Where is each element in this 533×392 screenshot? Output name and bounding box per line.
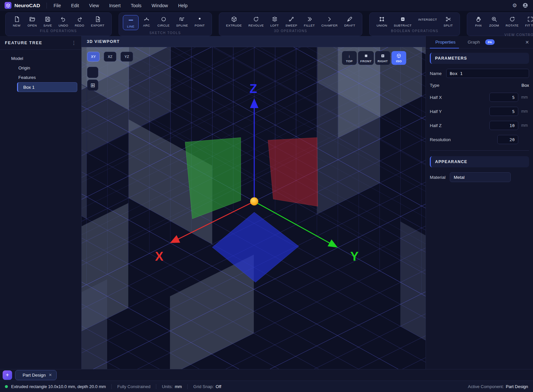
name-label: Name (430, 71, 442, 76)
fit-to-corners-icon (527, 16, 533, 22)
toolbar-group-caption: SKETCH TOOLS (123, 31, 208, 35)
toolbar-button-extrude[interactable]: EXTRUDE (223, 15, 245, 28)
name-input[interactable] (446, 69, 529, 78)
close-tab-icon[interactable]: ✕ (49, 373, 52, 377)
toolbar-button-chamfer[interactable]: CHAMFER (318, 15, 341, 28)
export-icon (95, 16, 101, 22)
toolbar-button-arc[interactable]: ARC (139, 15, 154, 30)
view-button-right[interactable]: RIGHT (375, 51, 390, 65)
plane-button-xy[interactable]: XY (87, 52, 100, 62)
material-select[interactable]: Metal (450, 172, 511, 182)
tab-part-design[interactable]: Part Design ✕ (15, 370, 57, 380)
toolbar-button-pan[interactable]: PAN (471, 15, 485, 32)
menu-window[interactable]: Window (152, 3, 168, 8)
half-y-input[interactable] (489, 107, 518, 116)
spline-icon (179, 16, 185, 22)
section-divider (430, 150, 529, 151)
add-tab-button[interactable]: + (3, 370, 12, 380)
menu-edit[interactable]: Edit (71, 3, 79, 8)
toolbar-button-spline[interactable]: SPLINE (173, 15, 191, 30)
half-x-input[interactable] (489, 93, 518, 102)
tab-graph[interactable]: Graph (462, 36, 484, 48)
y-axis-arrowhead (328, 239, 338, 248)
tab-properties[interactable]: Properties (430, 36, 459, 48)
menu-tools[interactable]: Tools (131, 3, 142, 8)
y-axis-label: Y (350, 250, 358, 263)
app-window: NeuroCAD File Edit View Insert Tools Win… (0, 0, 533, 392)
viewport: 3D VIEWPORT (82, 36, 426, 369)
half-z-input[interactable] (489, 121, 518, 130)
menu-view[interactable]: View (89, 3, 99, 8)
resolution-row: Resolution (430, 135, 529, 144)
tree-item-model[interactable]: Model (2, 54, 79, 63)
parameters-section-header[interactable]: PARAMETERS (430, 53, 529, 64)
half-y-unit: mm (521, 109, 529, 114)
kebab-menu-icon[interactable]: ⋮ (71, 40, 76, 45)
tree-item-features[interactable]: Features (2, 73, 79, 82)
sweep-path-icon (288, 16, 295, 22)
half-y-label: Half Y (430, 109, 489, 114)
view-button-top[interactable]: ↓TOP (342, 51, 357, 65)
close-icon[interactable]: ✕ (525, 40, 529, 45)
toolbar-button-fit-to[interactable]: FIT TO (522, 15, 533, 32)
origin-point[interactable] (250, 197, 258, 206)
toolbar-button-rotate[interactable]: ROTATE (503, 15, 522, 32)
point-icon (197, 16, 203, 22)
gear-icon[interactable]: ⚙ (512, 3, 517, 8)
menu-help[interactable]: Help (178, 3, 188, 8)
toolbar-button-export[interactable]: EXPORT (88, 15, 107, 28)
toolbar-button-union[interactable]: UNION (373, 15, 390, 28)
status-bar: Extruded rectangle 10.0x10.0 mm, depth 2… (0, 381, 533, 392)
toolbar-group-3d-operations: EXTRUDE REVOLVE LOFT SWEEP FILLET CHAMFE… (219, 12, 363, 36)
toolbar-button-point[interactable]: POINT (192, 15, 208, 30)
tree-item-origin[interactable]: Origin (2, 63, 79, 73)
document-tab-bar: + Part Design ✕ (0, 369, 533, 381)
toolbar-button-circle[interactable]: CIRCLE (154, 15, 172, 30)
toolbar-button-intersect[interactable]: INTERSECT (415, 15, 440, 28)
toolbar-button-undo[interactable]: UNDO (56, 15, 71, 28)
status-separator (187, 384, 188, 389)
toolbar-button-split[interactable]: SPLIT (441, 15, 456, 28)
user-icon[interactable] (522, 2, 528, 9)
appearance-section-header[interactable]: APPEARANCE (430, 156, 529, 167)
toolbar-button-save[interactable]: SAVE (41, 15, 55, 28)
open-folder-icon (29, 16, 35, 22)
snap-magnet-button[interactable] (87, 67, 98, 78)
half-x-unit: mm (521, 95, 529, 100)
viewport-scene[interactable]: X Y Z XY XZ YZ ⊞ ↓TOP FRONT RIGHT ISO (82, 47, 426, 369)
grid-toggle-button[interactable]: ⊞ (87, 80, 98, 91)
toolbar-button-loft[interactable]: LOFT (267, 15, 282, 28)
menu-file[interactable]: File (53, 3, 61, 8)
tree-item-label: Model (11, 56, 23, 61)
new-file-icon (14, 16, 20, 22)
arc-icon (143, 16, 150, 22)
active-component-value: Part Design (506, 384, 528, 389)
tree-item-box-1[interactable]: Box 1 (17, 82, 77, 92)
half-x-label: Half X (430, 95, 489, 100)
toolbar-button-subtract[interactable]: SUBTRACT (391, 15, 414, 28)
draft-pen-icon (347, 16, 353, 22)
plane-button-yz[interactable]: YZ (121, 52, 133, 62)
toolbar-button-draft[interactable]: DRAFT (341, 15, 358, 28)
viewport-title: 3D VIEWPORT (87, 39, 120, 44)
toolbar-button-fillet[interactable]: FILLET (301, 15, 318, 28)
xz-plane-green (185, 138, 241, 219)
plane-button-xz[interactable]: XZ (104, 52, 116, 62)
toolbar-button-line[interactable]: LINE (123, 15, 139, 30)
view-button-iso[interactable]: ISO (391, 51, 406, 65)
toolbar-button-sweep[interactable]: SWEEP (282, 15, 300, 28)
grid-snap-value: Off (216, 384, 221, 389)
toolbar-button-open[interactable]: OPEN (25, 15, 40, 28)
resolution-input[interactable] (497, 135, 518, 144)
toolbar-button-zoom[interactable]: ZOOM (486, 15, 502, 32)
name-row: Name (430, 69, 529, 78)
active-component-label: Active Component: (468, 384, 504, 389)
front-square-icon (364, 53, 369, 58)
yz-plane-red (268, 138, 318, 206)
menu-insert[interactable]: Insert (109, 3, 121, 8)
toolbar-button-new[interactable]: NEW (10, 15, 24, 28)
view-button-front[interactable]: FRONT (358, 51, 374, 65)
material-label: Material (430, 175, 446, 180)
toolbar-button-redo[interactable]: REDO (72, 15, 87, 28)
toolbar-button-revolve[interactable]: REVOLVE (245, 15, 267, 28)
